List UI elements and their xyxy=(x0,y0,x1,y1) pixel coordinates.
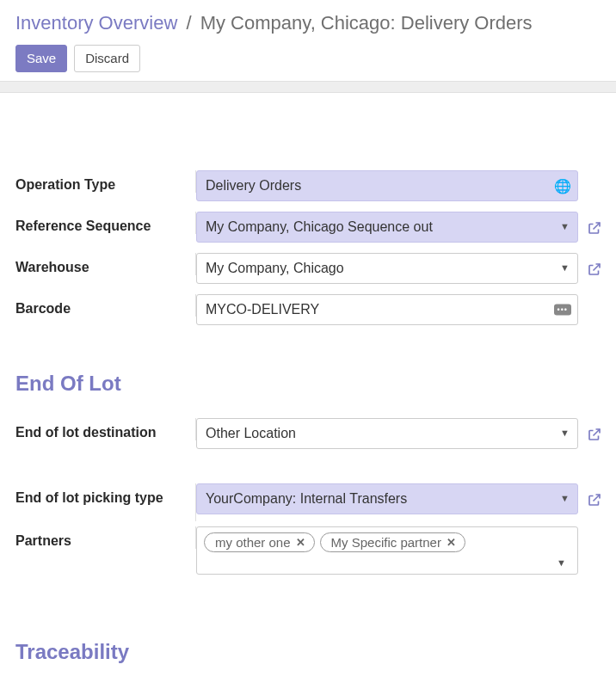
breadcrumb: Inventory Overview / My Company, Chicago… xyxy=(15,12,601,34)
tag-remove-icon[interactable]: ✕ xyxy=(296,536,305,549)
row-warehouse: Warehouse ▼ xyxy=(0,253,616,284)
chevron-down-icon: ▼ xyxy=(557,557,566,568)
eol-picking-type-select[interactable] xyxy=(196,483,578,514)
breadcrumb-current: My Company, Chicago: Delivery Orders xyxy=(200,12,533,34)
tag-item: my other one ✕ xyxy=(204,532,315,552)
save-button[interactable]: Save xyxy=(15,45,67,72)
form-body: Operation Type 🌐 Reference Sequence ▼ Wa… xyxy=(0,93,616,664)
section-traceability: Traceability xyxy=(15,640,616,664)
external-link-icon[interactable] xyxy=(587,256,602,281)
toolbar-divider xyxy=(0,81,616,93)
discard-button[interactable]: Discard xyxy=(74,45,140,72)
section-end-of-lot: End Of Lot xyxy=(15,372,616,396)
label-warehouse: Warehouse xyxy=(15,253,196,275)
tag-item: My Specific partner ✕ xyxy=(320,532,465,552)
tag-remove-icon[interactable]: ✕ xyxy=(447,536,456,549)
tag-label: My Specific partner xyxy=(331,535,441,550)
action-buttons: Save Discard xyxy=(15,45,601,72)
row-reference-sequence: Reference Sequence ▼ xyxy=(0,212,616,243)
reference-sequence-select[interactable] xyxy=(196,212,578,243)
external-link-icon[interactable] xyxy=(587,215,602,240)
label-partners: Partners xyxy=(15,526,196,549)
row-partners: Partners my other one ✕ My Specific part… xyxy=(0,526,616,575)
ellipsis-icon: ••• xyxy=(554,305,571,316)
row-eol-destination: End of lot destination ▼ xyxy=(0,418,616,449)
label-eol-destination: End of lot destination xyxy=(15,418,196,440)
breadcrumb-root-link[interactable]: Inventory Overview xyxy=(15,12,177,34)
warehouse-select[interactable] xyxy=(196,253,578,284)
row-operation-type: Operation Type 🌐 xyxy=(0,170,616,201)
label-eol-picking-type: End of lot picking type xyxy=(15,483,196,521)
header-area: Inventory Overview / My Company, Chicago… xyxy=(0,0,616,81)
label-reference-sequence: Reference Sequence xyxy=(15,212,196,234)
label-barcode: Barcode xyxy=(15,294,196,317)
barcode-input[interactable] xyxy=(196,294,578,325)
row-eol-picking-type: End of lot picking type ▼ xyxy=(0,483,616,521)
partners-taginput[interactable]: my other one ✕ My Specific partner ✕ ▼ xyxy=(196,526,578,575)
tag-label: my other one xyxy=(215,535,291,550)
eol-destination-select[interactable] xyxy=(196,418,578,449)
operation-type-input[interactable] xyxy=(196,170,578,201)
label-operation-type: Operation Type xyxy=(15,170,196,193)
external-link-icon[interactable] xyxy=(587,487,602,512)
external-link-icon[interactable] xyxy=(587,421,602,446)
row-barcode: Barcode ••• xyxy=(0,294,616,325)
breadcrumb-separator: / xyxy=(186,12,191,34)
